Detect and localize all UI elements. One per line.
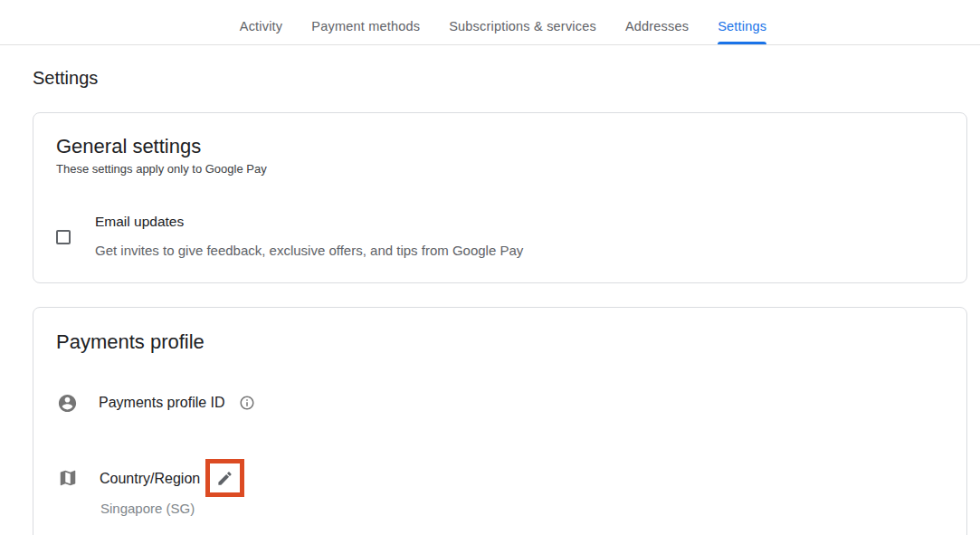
- top-navigation: Activity Payment methods Subscriptions &…: [0, 0, 980, 45]
- payments-profile-card: Payments profile Payments profile ID Cou…: [33, 307, 967, 535]
- page-title: Settings: [33, 68, 98, 89]
- tab-subscriptions-services[interactable]: Subscriptions & services: [449, 19, 596, 44]
- email-updates-label: Email updates: [95, 214, 184, 230]
- country-region-label: Country/Region: [100, 471, 200, 487]
- edit-country-button[interactable]: [210, 463, 240, 492]
- tab-addresses[interactable]: Addresses: [625, 19, 689, 44]
- general-settings-card: General settings These settings apply on…: [33, 112, 967, 283]
- edit-icon: [216, 470, 233, 487]
- email-updates-checkbox[interactable]: [56, 230, 71, 244]
- info-icon[interactable]: [239, 395, 255, 411]
- payments-profile-id-label: Payments profile ID: [99, 395, 225, 411]
- email-updates-description: Get invites to give feedback, exclusive …: [95, 243, 523, 258]
- general-settings-subtitle: These settings apply only to Google Pay: [56, 162, 267, 176]
- payments-profile-title: Payments profile: [56, 330, 205, 354]
- country-region-value: Singapore (SG): [100, 501, 195, 516]
- general-settings-title: General settings: [56, 135, 201, 158]
- account-circle-icon: [57, 393, 78, 414]
- click-highlight-annotation: [205, 459, 244, 497]
- map-icon: [58, 468, 78, 488]
- tab-payment-methods[interactable]: Payment methods: [311, 19, 420, 44]
- tab-activity[interactable]: Activity: [240, 19, 283, 44]
- tab-settings[interactable]: Settings: [718, 19, 766, 44]
